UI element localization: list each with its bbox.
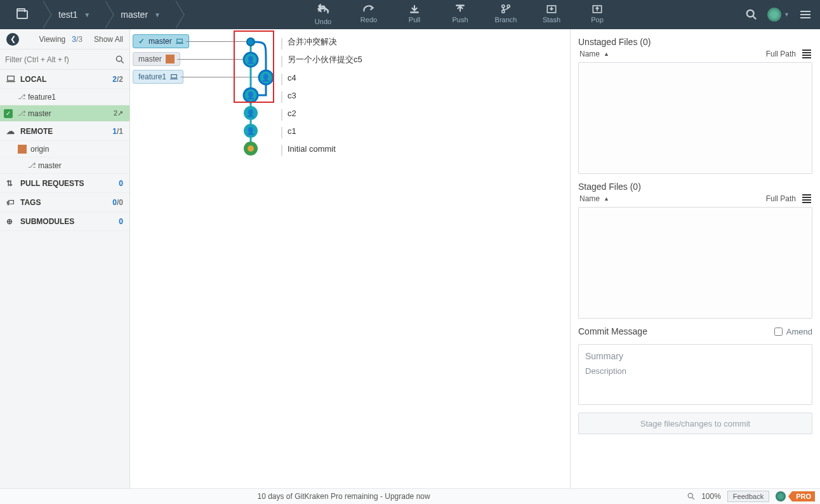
commit-row[interactable]: 合并冲突解决 (288, 33, 337, 51)
commit-row[interactable]: c1 (288, 122, 296, 140)
commit-row[interactable]: c3 (288, 86, 296, 104)
laptop-icon (176, 38, 183, 44)
staged-title: Staged Files (0) (578, 182, 812, 192)
ref-master-local[interactable]: ✓ master (133, 34, 189, 48)
caret-down-icon: ▼ (784, 11, 790, 18)
commit-row[interactable]: Initial commit (288, 140, 336, 157)
submodule-icon: ⊕ (6, 217, 15, 226)
remote-branch-master[interactable]: ⎇ master (0, 157, 129, 174)
branch-icon (499, 4, 512, 14)
ref-feature1[interactable]: feature1 (133, 70, 183, 84)
commit-message-input[interactable]: Summary Description (578, 344, 812, 405)
caret-down-icon: ▼ (84, 11, 90, 18)
push-button[interactable]: Push (445, 4, 475, 25)
staged-list[interactable] (578, 207, 812, 319)
statusbar: 10 days of GitKraken Pro remaining - Upg… (0, 488, 820, 504)
search-icon[interactable] (116, 55, 124, 64)
pull-button[interactable]: Pull ▼ (399, 4, 430, 25)
redo-button[interactable]: Redo (354, 4, 384, 25)
branch-name: master (121, 10, 148, 20)
branch-feature1[interactable]: ⎇ feature1 (0, 89, 129, 105)
avatar (767, 8, 781, 22)
check-icon: ✓ (138, 37, 145, 46)
cloud-icon: ☁ (6, 126, 15, 136)
unstaged-list[interactable] (578, 62, 812, 174)
pull-requests-header[interactable]: ⇅ PULL REQUESTS 0 (0, 174, 129, 193)
commit-row[interactable]: c4 (288, 69, 296, 86)
summary-placeholder: Summary (585, 351, 805, 361)
hamburger-icon[interactable] (800, 9, 811, 20)
feedback-button[interactable]: Feedback (727, 491, 769, 502)
sort-asc-icon[interactable]: ▲ (604, 196, 609, 202)
svg-point-24 (248, 145, 254, 152)
svg-text:👤: 👤 (246, 126, 255, 135)
svg-point-3 (502, 10, 505, 13)
remote-origin[interactable]: origin (0, 141, 129, 157)
topbar-right: ▼ (746, 8, 820, 22)
tag-icon: 🏷 (6, 198, 15, 207)
commit-graph: ✓ master master feature1 👤 👤 👤 👤 👤 (130, 29, 570, 488)
folder-icon (17, 10, 28, 19)
branch-icon: ⎇ (28, 161, 34, 169)
unstaged-header: Name▲ Full Path (578, 47, 812, 62)
pop-button[interactable]: Pop (582, 4, 612, 25)
submodules-header[interactable]: ⊕ SUBMODULES 0 (0, 212, 129, 231)
branch-icon: ⎇ (18, 109, 24, 117)
laptop-icon (6, 76, 15, 83)
avatar (166, 55, 175, 63)
stash-button[interactable]: Stash (536, 4, 567, 25)
branch-crumb[interactable]: master ▼ (104, 0, 175, 29)
description-placeholder: Description (585, 366, 805, 376)
pull-request-icon: ⇅ (6, 179, 15, 188)
svg-rect-11 (171, 75, 177, 78)
viewing-label: Viewing (39, 35, 65, 44)
list-view-icon[interactable] (802, 194, 811, 203)
svg-text:👤: 👤 (246, 109, 255, 117)
branch-button[interactable]: Branch (491, 4, 521, 25)
search-icon[interactable] (687, 493, 695, 500)
svg-rect-1 (456, 4, 464, 6)
pull-icon (408, 4, 421, 14)
ref-master-remote[interactable]: master (133, 52, 180, 66)
show-all-button[interactable]: Show All (94, 35, 123, 44)
remote-section-header[interactable]: ☁ REMOTE 1/1 (0, 122, 129, 141)
caret-down-icon: ▼ (423, 0, 428, 1)
staged-header: Name▲ Full Path (578, 192, 812, 207)
svg-rect-0 (410, 11, 418, 13)
right-panel: Unstaged Files (0) Name▲ Full Path Stage… (570, 29, 820, 488)
tags-header[interactable]: 🏷 TAGS 0/0 (0, 193, 129, 212)
upgrade-link[interactable]: 10 days of GitKraken Pro remaining - Upg… (0, 492, 687, 501)
svg-point-2 (502, 5, 505, 8)
sort-asc-icon[interactable]: ▲ (604, 51, 609, 57)
repo-name: test1 (58, 10, 77, 20)
breadcrumb: test1 ▼ master ▼ (0, 0, 175, 29)
commit-row[interactable]: 另一个小伙伴提交c5 (288, 51, 362, 69)
gitkraken-icon[interactable] (776, 491, 786, 501)
local-section-header[interactable]: LOCAL 2/2 (0, 70, 129, 89)
undo-button[interactable]: Undo (308, 4, 338, 25)
avatar (18, 145, 27, 154)
highlight-box (234, 30, 274, 103)
stage-commit-button[interactable]: Stage files/changes to commit (578, 413, 812, 434)
svg-rect-9 (8, 76, 15, 81)
check-icon: ✓ (4, 109, 13, 118)
pro-badge[interactable]: PRO (792, 491, 815, 501)
list-view-icon[interactable] (802, 50, 811, 58)
back-button[interactable]: ❮ (6, 33, 19, 46)
svg-rect-10 (176, 39, 182, 43)
filter-row (0, 50, 129, 70)
svg-point-25 (688, 493, 692, 498)
commit-row[interactable]: c2 (288, 104, 296, 122)
svg-point-4 (507, 5, 510, 8)
search-icon[interactable] (746, 9, 757, 20)
amend-checkbox[interactable] (774, 328, 783, 336)
branch-master[interactable]: ✓ ⎇ master 2↗ (0, 105, 129, 122)
zoom-level[interactable]: 100% (701, 492, 721, 501)
folder-crumb[interactable] (0, 0, 42, 29)
profile-menu[interactable]: ▼ (767, 8, 790, 22)
commit-message-label: Commit Message (578, 326, 647, 336)
redo-icon (362, 4, 375, 14)
laptop-icon (170, 74, 178, 80)
filter-input[interactable] (5, 55, 116, 64)
svg-point-8 (116, 56, 121, 61)
